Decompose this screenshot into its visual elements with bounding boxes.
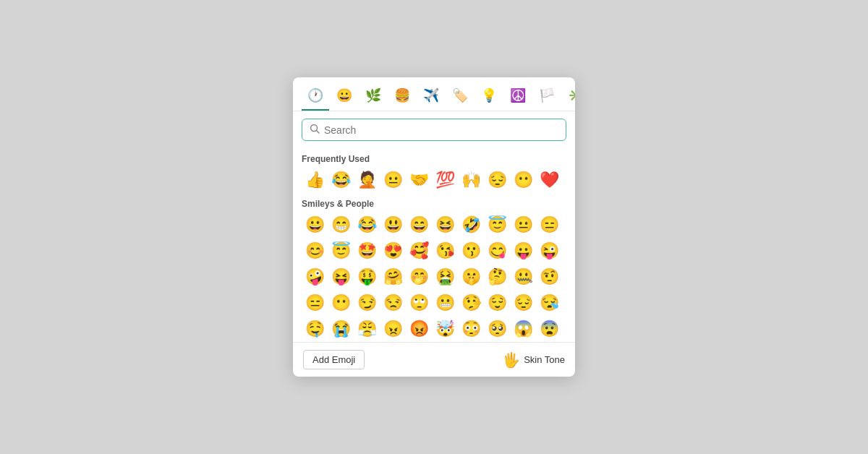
emoji-cell[interactable]: 😃 xyxy=(380,212,406,238)
search-input-wrap xyxy=(302,119,566,141)
tab-nature[interactable]: 🌿 xyxy=(359,83,387,111)
section-label-frequently-used: Frequently Used xyxy=(302,154,566,164)
emoji-cell[interactable]: 😬 xyxy=(432,290,458,316)
emoji-cell[interactable]: 😔 xyxy=(484,167,510,193)
emoji-cell[interactable]: 😄 xyxy=(406,212,432,238)
emoji-cell[interactable]: 😶 xyxy=(328,290,354,316)
emoji-cell[interactable]: 😳 xyxy=(458,316,484,342)
emoji-cell[interactable]: 😒 xyxy=(380,290,406,316)
emoji-cell[interactable]: 😑 xyxy=(536,212,562,238)
emoji-cell[interactable]: 😂 xyxy=(328,167,354,193)
emoji-cell[interactable]: 😐 xyxy=(510,212,536,238)
tab-custom[interactable]: ✳️ xyxy=(562,83,575,111)
emoji-cell[interactable]: 🤣 xyxy=(458,212,484,238)
add-emoji-button[interactable]: Add Emoji xyxy=(303,350,365,369)
emoji-cell[interactable]: 😍 xyxy=(380,238,406,264)
emoji-cell[interactable]: 🤗 xyxy=(380,264,406,290)
search-icon xyxy=(310,124,320,136)
emoji-cell[interactable]: 🤭 xyxy=(406,264,432,290)
emoji-cell[interactable]: 🤝 xyxy=(406,167,432,193)
emoji-cell[interactable]: 😆 xyxy=(432,212,458,238)
emoji-cell[interactable]: 🙌 xyxy=(458,167,484,193)
emoji-grid-smileys-people: 😀😁😂😃😄😆🤣😇😐😑😊😇🤩😍🥰😘😗😋😛😜🤪😝🤑🤗🤭🤮🤫🤔🤐🤨😑😶😏😒🙄😬🤥😌😔😪… xyxy=(302,212,566,342)
emoji-body: Frequently Used👍😂🤦😐🤝💯🙌😔😶❤️Smileys & Peop… xyxy=(293,148,575,342)
emoji-cell[interactable]: 😇 xyxy=(484,212,510,238)
emoji-cell[interactable]: 🙄 xyxy=(406,290,432,316)
emoji-cell[interactable]: 🤩 xyxy=(354,238,380,264)
skin-tone-emoji: 🖐️ xyxy=(502,351,520,369)
emoji-grid-frequently-used: 👍😂🤦😐🤝💯🙌😔😶❤️ xyxy=(302,167,566,193)
emoji-cell[interactable]: 🤐 xyxy=(510,264,536,290)
emoji-cell[interactable]: 😛 xyxy=(510,238,536,264)
footer: Add Emoji 🖐️ Skin Tone xyxy=(293,342,575,377)
emoji-cell[interactable]: 👍 xyxy=(302,167,328,193)
emoji-cell[interactable]: 🤨 xyxy=(536,264,562,290)
tab-objects[interactable]: 💡 xyxy=(475,83,503,111)
emoji-cell[interactable]: 😱 xyxy=(510,316,536,342)
emoji-cell[interactable]: 😑 xyxy=(302,290,328,316)
tab-recent[interactable]: 🕐 xyxy=(302,83,329,111)
emoji-cell[interactable]: 😔 xyxy=(510,290,536,316)
emoji-cell[interactable]: 🤮 xyxy=(432,264,458,290)
emoji-cell[interactable]: 😏 xyxy=(354,290,380,316)
emoji-cell[interactable]: 😠 xyxy=(380,316,406,342)
emoji-cell[interactable]: 😌 xyxy=(484,290,510,316)
tab-travel[interactable]: ✈️ xyxy=(417,83,445,111)
emoji-cell[interactable]: 😭 xyxy=(328,316,354,342)
tab-smileys[interactable]: 😀 xyxy=(331,83,358,111)
skin-tone-label: Skin Tone xyxy=(524,354,565,365)
emoji-cell[interactable]: 🥰 xyxy=(406,238,432,264)
emoji-cell[interactable]: 🤯 xyxy=(432,316,458,342)
skin-tone-button[interactable]: 🖐️ Skin Tone xyxy=(502,351,565,369)
tab-food[interactable]: 🍔 xyxy=(388,83,416,111)
emoji-cell[interactable]: 😁 xyxy=(328,212,354,238)
emoji-cell[interactable]: 🤫 xyxy=(458,264,484,290)
emoji-cell[interactable]: 🤥 xyxy=(458,290,484,316)
emoji-cell[interactable]: 🤑 xyxy=(354,264,380,290)
search-container xyxy=(293,111,575,148)
svg-line-1 xyxy=(317,131,320,134)
emoji-cell[interactable]: 😇 xyxy=(328,238,354,264)
emoji-cell[interactable]: 😤 xyxy=(354,316,380,342)
section-label-smileys-people: Smileys & People xyxy=(302,199,566,209)
emoji-cell[interactable]: 🤤 xyxy=(302,316,328,342)
emoji-picker: 🕐😀🌿🍔✈️🏷️💡☮️🏳️✳️ Frequently Used👍😂🤦😐🤝💯🙌😔😶… xyxy=(293,77,575,377)
emoji-cell[interactable]: 😊 xyxy=(302,238,328,264)
emoji-cell[interactable]: 😘 xyxy=(432,238,458,264)
emoji-cell[interactable]: 💯 xyxy=(432,167,458,193)
emoji-cell[interactable]: 😋 xyxy=(484,238,510,264)
emoji-cell[interactable]: 🥺 xyxy=(484,316,510,342)
emoji-cell[interactable]: 🤪 xyxy=(302,264,328,290)
emoji-cell[interactable]: ❤️ xyxy=(536,167,562,193)
emoji-cell[interactable]: 😂 xyxy=(354,212,380,238)
emoji-cell[interactable]: 😶 xyxy=(510,167,536,193)
emoji-cell[interactable]: 😡 xyxy=(406,316,432,342)
tab-activity[interactable]: 🏷️ xyxy=(446,83,474,111)
emoji-cell[interactable]: 😪 xyxy=(536,290,562,316)
emoji-cell[interactable]: 🤦 xyxy=(354,167,380,193)
emoji-cell[interactable]: 🤔 xyxy=(484,264,510,290)
emoji-cell[interactable]: 😀 xyxy=(302,212,328,238)
category-tabs: 🕐😀🌿🍔✈️🏷️💡☮️🏳️✳️ xyxy=(293,77,575,111)
tab-flags[interactable]: 🏳️ xyxy=(533,83,561,111)
emoji-cell[interactable]: 😝 xyxy=(328,264,354,290)
emoji-cell[interactable]: 😜 xyxy=(536,238,562,264)
emoji-cell[interactable]: 😨 xyxy=(536,316,562,342)
tab-symbols[interactable]: ☮️ xyxy=(504,83,532,111)
emoji-cell[interactable]: 😐 xyxy=(380,167,406,193)
search-input[interactable] xyxy=(324,124,558,136)
emoji-cell[interactable]: 😗 xyxy=(458,238,484,264)
